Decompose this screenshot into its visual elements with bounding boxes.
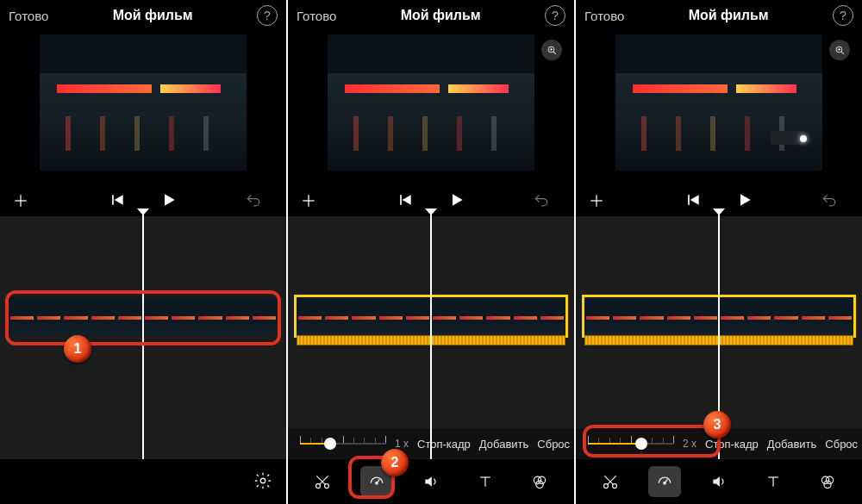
- project-title: Мой фильм: [113, 8, 193, 23]
- add-media-button[interactable]: [588, 192, 617, 209]
- speed-value: 1 x: [395, 438, 409, 450]
- step-badge-2: 2: [381, 449, 409, 476]
- preview-thumbnail[interactable]: [615, 34, 822, 171]
- volume-tool[interactable]: [415, 466, 447, 497]
- add-media-button[interactable]: [300, 192, 329, 209]
- done-button[interactable]: Готово: [9, 9, 48, 23]
- zoom-button[interactable]: [541, 40, 562, 60]
- preview-thumbnail[interactable]: [40, 34, 247, 171]
- svg-marker-35: [740, 194, 751, 205]
- editor-screen-3: Готово Мой фильм ? 7,3 c 2 x Стоп-к: [576, 0, 862, 504]
- project-title: Мой фильм: [401, 8, 481, 23]
- preview-area: 7,3 c: [576, 31, 862, 185]
- volume-tool[interactable]: [703, 466, 735, 497]
- play-button[interactable]: [160, 191, 178, 211]
- svg-rect-12: [400, 195, 402, 205]
- add-button[interactable]: Добавить: [479, 438, 528, 451]
- top-bar: Готово Мой фильм ?: [576, 0, 862, 31]
- step-badge-3: 3: [703, 411, 731, 439]
- speed-slider[interactable]: [300, 433, 386, 454]
- bottom-bar: [0, 459, 286, 504]
- clip-toolbar: [288, 459, 574, 504]
- undo-button[interactable]: [533, 192, 562, 209]
- skip-start-button[interactable]: [684, 191, 702, 211]
- freeze-frame-button[interactable]: Стоп-кадр: [417, 438, 471, 451]
- project-title: Мой фильм: [689, 8, 769, 23]
- svg-point-41: [664, 482, 666, 484]
- svg-point-26: [536, 481, 543, 488]
- svg-marker-34: [690, 195, 699, 205]
- timeline[interactable]: [288, 216, 574, 459]
- svg-rect-2: [112, 195, 114, 205]
- reset-button[interactable]: Сброс: [825, 438, 858, 451]
- svg-line-7: [553, 52, 556, 54]
- title-tool[interactable]: [469, 466, 502, 497]
- help-button[interactable]: ?: [257, 5, 278, 26]
- speed-tool[interactable]: [648, 466, 681, 497]
- title-tool[interactable]: [757, 466, 790, 497]
- svg-point-25: [539, 476, 546, 483]
- add-media-button[interactable]: [12, 192, 41, 209]
- skip-start-button[interactable]: [397, 191, 414, 211]
- svg-line-28: [841, 52, 844, 54]
- svg-marker-4: [165, 194, 175, 205]
- svg-marker-42: [713, 476, 720, 487]
- svg-marker-3: [115, 195, 123, 205]
- play-button[interactable]: [736, 191, 753, 211]
- help-button[interactable]: ?: [545, 5, 565, 26]
- top-bar: Готово Мой фильм ?: [0, 0, 286, 31]
- undo-button[interactable]: [821, 192, 850, 209]
- timeline[interactable]: 1: [0, 216, 286, 459]
- step-badge-1: 1: [64, 335, 91, 363]
- play-button[interactable]: [448, 191, 465, 211]
- preview-thumbnail[interactable]: [328, 34, 534, 171]
- reset-button[interactable]: Сброс: [537, 438, 570, 451]
- highlight-box-3: [583, 425, 721, 457]
- add-button[interactable]: Добавить: [767, 438, 816, 451]
- settings-button[interactable]: [253, 471, 272, 493]
- cut-tool[interactable]: [306, 466, 339, 497]
- filters-tool[interactable]: [523, 466, 556, 497]
- svg-marker-13: [403, 195, 411, 205]
- svg-point-47: [824, 481, 831, 488]
- svg-point-46: [827, 476, 834, 483]
- preview-area: [0, 31, 286, 185]
- help-button[interactable]: ?: [833, 5, 853, 26]
- svg-point-5: [260, 478, 265, 483]
- top-bar: Готово Мой фильм ?: [288, 0, 574, 31]
- filters-tool[interactable]: [811, 466, 844, 497]
- done-button[interactable]: Готово: [297, 9, 336, 23]
- preview-area: 15,7 c: [288, 31, 574, 185]
- svg-rect-33: [688, 195, 690, 205]
- editor-screen-2: Готово Мой фильм ? 15,7 c 1 x Стоп-кадр …: [288, 0, 574, 504]
- playhead[interactable]: [430, 209, 432, 459]
- svg-marker-14: [453, 194, 463, 205]
- cut-tool[interactable]: [594, 466, 627, 497]
- svg-marker-21: [425, 476, 432, 487]
- skip-start-button[interactable]: [109, 191, 126, 211]
- undo-button[interactable]: [245, 192, 274, 209]
- highlight-box-1: [5, 290, 281, 345]
- editor-screen-1: Готово Мой фильм ? 1: [0, 0, 286, 504]
- zoom-button[interactable]: [829, 40, 850, 60]
- clip-toolbar: [576, 459, 862, 504]
- done-button[interactable]: Готово: [584, 9, 624, 23]
